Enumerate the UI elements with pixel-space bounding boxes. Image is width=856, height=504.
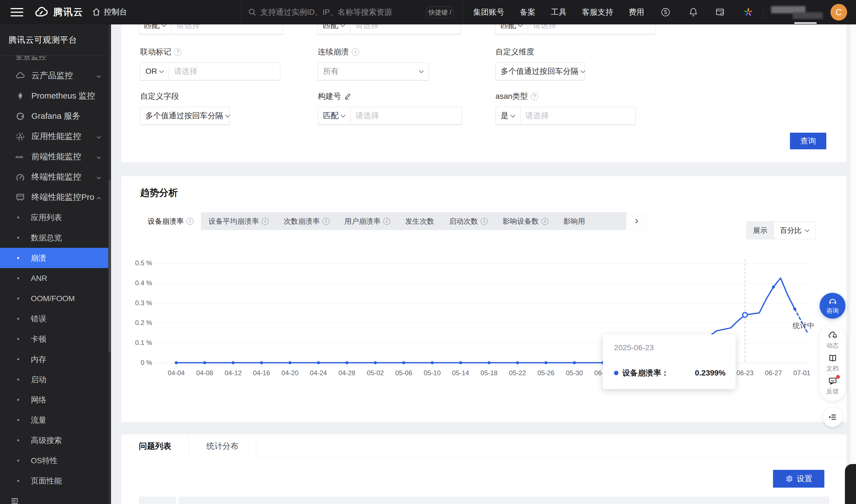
topbar-link[interactable]: 工具 <box>551 7 567 17</box>
topbar-link[interactable]: 集团账号 <box>473 7 504 17</box>
gear-icon <box>785 474 793 483</box>
sidebar-subitem-label: 启动 <box>31 374 46 385</box>
sidebar-subitem-14[interactable]: 页面性能 <box>0 471 110 491</box>
sidebar-subitem-11[interactable]: 流量 <box>0 410 110 430</box>
bullet-dot <box>17 318 19 320</box>
sidebar-subitem-5[interactable]: OOM/FOOM <box>0 288 110 309</box>
sidebar-subitem-label: 崩溃 <box>31 253 46 264</box>
bullet-dot <box>17 399 19 401</box>
sidebar-subitem-label: ANR <box>31 274 47 283</box>
sidebar-subitem-1[interactable]: 应用列表 <box>0 207 110 228</box>
sidebar-item-speed[interactable]: 终端性能监控 <box>0 167 111 187</box>
consult-button[interactable]: 咨询 <box>820 293 845 319</box>
sidebar-subitem-8[interactable]: 内存 <box>0 349 110 370</box>
tab-statistics-distribution[interactable]: 统计分布 <box>189 434 256 458</box>
tooltip-date: 2025-06-23 <box>614 343 654 352</box>
trend-line-chart[interactable] <box>0 0 856 504</box>
sidebar-subitem-7[interactable]: 卡顿 <box>0 329 110 349</box>
bullet-dot <box>17 237 19 239</box>
sidebar-subitem-4[interactable]: ANR <box>0 268 110 288</box>
sidebar-item-apm[interactable]: 应用性能监控 <box>0 126 111 146</box>
collapse-list-icon <box>828 412 837 422</box>
tooltip-series-value: 0.2399% <box>695 368 726 377</box>
sidebar-subitem-label: OS特性 <box>31 455 57 466</box>
sidebar-subitem-6[interactable]: 错误 <box>0 309 110 329</box>
sidebar-subitem-label: 流量 <box>31 415 46 426</box>
sidebar-item-cloud[interactable]: 云产品监控 <box>0 66 111 86</box>
hamburger-menu-icon[interactable] <box>11 8 23 16</box>
panel-toggle-button[interactable] <box>823 408 842 427</box>
sidebar-item-label: Prometheus 监控 <box>31 90 95 102</box>
sidebar: 腾讯云可观测平台 全景监控 云产品监控Prometheus 监控Grafana … <box>0 24 111 504</box>
topbar-link[interactable]: 费用 <box>629 7 644 17</box>
bullet-dot <box>17 257 19 259</box>
sidebar-item-label: 终端性能监控Pro <box>31 192 94 203</box>
helper-rail: 动态 文档 反馈 <box>820 325 845 401</box>
bullet-dot <box>17 338 19 340</box>
cloud-logo-icon <box>34 4 49 20</box>
sidebar-subitem-label: 卡顿 <box>31 334 46 344</box>
search-icon <box>248 7 257 17</box>
tab-issue-list[interactable]: 问题列表 <box>121 434 189 458</box>
console-link[interactable]: 控制台 <box>92 7 127 17</box>
chevron-down-icon <box>95 133 102 140</box>
sidebar-subitem-label: 内存 <box>31 354 46 365</box>
ai-assistant-icon[interactable] <box>743 7 753 17</box>
notification-bell-icon[interactable] <box>688 7 698 17</box>
bullet-dot <box>17 298 19 300</box>
global-search-input[interactable] <box>260 5 416 19</box>
sidebar-subitem-3[interactable]: 崩溃 <box>0 248 110 268</box>
stats-pending-label: 统计中 <box>793 321 814 330</box>
table-header-gap <box>176 497 178 504</box>
sidebar-item-label: 终端性能监控 <box>31 171 81 183</box>
rail-item-feedback[interactable]: 反馈 <box>826 376 839 395</box>
sidebar-subitem-13[interactable]: OS特性 <box>0 450 110 471</box>
tooltip-series-label: 设备崩溃率： <box>622 368 669 378</box>
sidebar-scrollbar-thumb[interactable] <box>108 180 111 352</box>
topbar-divider <box>463 0 463 24</box>
page-scrollbar-track[interactable] <box>850 24 856 504</box>
sidebar-item-rum[interactable]: RUM前端性能监控 <box>0 146 111 167</box>
sidebar-item-label: 前端性能监控 <box>31 151 81 162</box>
tencent-cloud-logo[interactable]: 腾讯云 <box>34 4 83 20</box>
sidebar-subitem-9[interactable]: 启动 <box>0 370 110 390</box>
rail-item-docs[interactable]: 文档 <box>826 353 839 373</box>
bullet-dot <box>17 460 19 462</box>
sidebar-item-label: 云产品监控 <box>31 70 73 81</box>
rail-item-updates[interactable]: 动态 <box>826 330 839 350</box>
sidebar-subitem-2[interactable]: 数据总览 <box>0 228 110 248</box>
topbar-link[interactable]: 客服支持 <box>582 7 613 17</box>
settings-label: 设置 <box>797 473 813 484</box>
table-header-strip <box>139 497 829 504</box>
chevron-down-icon <box>95 174 102 180</box>
tooltip-series-row: 设备崩溃率： 0.2399% <box>614 368 726 378</box>
sidebar-item-scrolled[interactable]: 全景监控 <box>15 56 46 61</box>
masked-account-id <box>793 12 823 19</box>
home-icon <box>92 7 101 17</box>
settings-button[interactable]: 设置 <box>773 470 824 488</box>
sidebar-item-prometheus[interactable]: Prometheus 监控 <box>0 86 111 106</box>
topbar-links: 集团账号备案工具客服支持费用 <box>473 0 644 24</box>
page-scrollbar-thumb[interactable] <box>845 464 856 504</box>
bullet-dot <box>17 358 19 360</box>
bullet-dot <box>17 379 19 380</box>
sidebar-item-label: 应用性能监控 <box>31 131 81 142</box>
svg-text:RUM: RUM <box>16 156 23 159</box>
prometheus-icon <box>15 91 25 101</box>
sidebar-subitem-label: 数据总览 <box>31 233 62 243</box>
sidebar-item-pro[interactable]: 终端性能监控Pro <box>0 187 111 207</box>
console-settings-icon[interactable] <box>715 7 725 17</box>
notification-dot <box>836 375 840 379</box>
sidebar-item-grafana[interactable]: Grafana 服务 <box>0 106 111 126</box>
rum-icon: RUM <box>15 152 25 162</box>
topbar: 腾讯云 控制台 快捷键 / 集团账号备案工具客服支持费用 C <box>0 0 856 24</box>
voice-assistant-icon[interactable] <box>661 7 671 17</box>
bullet-dot <box>17 419 19 421</box>
sidebar-subitem-10[interactable]: 网络 <box>0 390 110 410</box>
topbar-link[interactable]: 备案 <box>520 7 535 17</box>
bullet-dot <box>17 439 19 441</box>
sidebar-subitem-12[interactable]: 高级搜索 <box>0 430 110 450</box>
speed-icon <box>15 172 25 182</box>
sidebar-collapse-icon[interactable] <box>8 496 21 504</box>
user-avatar[interactable]: C <box>831 4 847 20</box>
